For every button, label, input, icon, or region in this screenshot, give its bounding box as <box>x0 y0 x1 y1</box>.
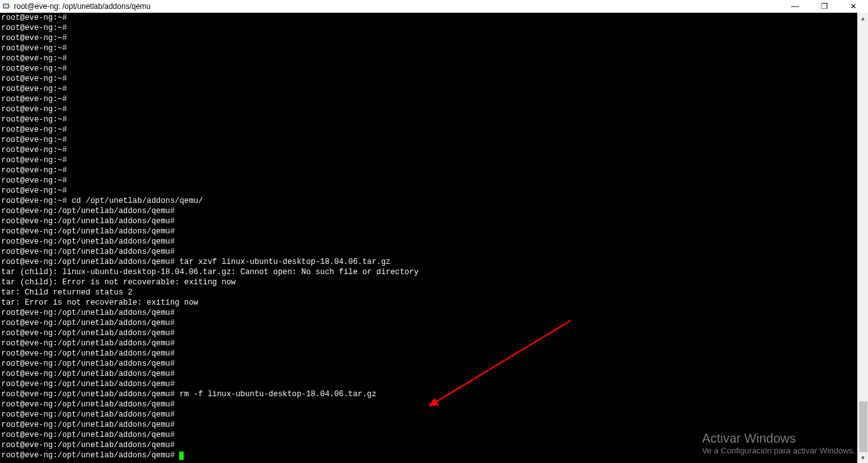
terminal-line: root@eve-ng:/opt/unetlab/addons/qemu# <box>1 359 867 369</box>
terminal-line: root@eve-ng:~# <box>1 53 867 64</box>
close-button[interactable]: ✕ <box>839 0 868 13</box>
terminal-line: tar (child): linux-ubuntu-desktop-18.04.… <box>1 267 867 277</box>
terminal-line: root@eve-ng:~# <box>1 13 867 23</box>
terminal-line: root@eve-ng:~# <box>1 186 867 196</box>
scroll-down-button[interactable]: ▼ <box>858 452 868 463</box>
terminal-line: root@eve-ng:~# <box>1 94 867 104</box>
terminal-line: root@eve-ng:~# <box>1 104 867 114</box>
terminal-line: root@eve-ng:/opt/unetlab/addons/qemu# <box>1 237 867 247</box>
terminal-line: root@eve-ng:/opt/unetlab/addons/qemu# <box>1 308 867 318</box>
terminal-line: root@eve-ng:~# <box>1 155 867 165</box>
scroll-thumb[interactable] <box>859 401 867 452</box>
terminal-line: root@eve-ng:/opt/unetlab/addons/qemu# <box>1 369 867 379</box>
vertical-scrollbar[interactable]: ▲ ▼ <box>857 13 868 463</box>
terminal-line: root@eve-ng:/opt/unetlab/addons/qemu# <box>1 399 867 410</box>
terminal-line: root@eve-ng:/opt/unetlab/addons/qemu# <box>1 206 867 216</box>
terminal[interactable]: root@eve-ng:~#root@eve-ng:~#root@eve-ng:… <box>0 13 868 463</box>
terminal-line: root@eve-ng:~# <box>1 114 867 125</box>
terminal-line: root@eve-ng:/opt/unetlab/addons/qemu# <box>1 410 867 420</box>
terminal-line: root@eve-ng:/opt/unetlab/addons/qemu# rm… <box>1 389 867 399</box>
terminal-line: root@eve-ng:~# cd /opt/unetlab/addons/qe… <box>1 196 867 206</box>
window-controls: — ❐ ✕ <box>780 0 868 13</box>
terminal-line: root@eve-ng:/opt/unetlab/addons/qemu# <box>1 328 867 338</box>
minimize-button[interactable]: — <box>780 0 810 13</box>
terminal-line: root@eve-ng:/opt/unetlab/addons/qemu# <box>1 349 867 359</box>
terminal-line: root@eve-ng:~# <box>1 84 867 94</box>
terminal-line: root@eve-ng:/opt/unetlab/addons/qemu# <box>1 430 867 440</box>
terminal-line: root@eve-ng:~# <box>1 74 867 84</box>
terminal-line: root@eve-ng:~# <box>1 64 867 74</box>
terminal-line: root@eve-ng:~# <box>1 176 867 186</box>
terminal-line: root@eve-ng:/opt/unetlab/addons/qemu# ta… <box>1 257 867 267</box>
terminal-line: root@eve-ng:~# <box>1 125 867 135</box>
terminal-line: root@eve-ng:~# <box>1 43 867 53</box>
terminal-line: root@eve-ng:/opt/unetlab/addons/qemu# <box>1 379 867 389</box>
svg-rect-1 <box>4 4 8 8</box>
terminal-line: root@eve-ng:~# <box>1 135 867 145</box>
maximize-button[interactable]: ❐ <box>810 0 839 13</box>
terminal-line: root@eve-ng:~# <box>1 23 867 33</box>
terminal-line: root@eve-ng:/opt/unetlab/addons/qemu# <box>1 318 867 328</box>
terminal-line: root@eve-ng:~# <box>1 165 867 176</box>
terminal-line: root@eve-ng:/opt/unetlab/addons/qemu# <box>1 338 867 349</box>
scroll-up-button[interactable]: ▲ <box>858 13 868 24</box>
terminal-line: root@eve-ng:/opt/unetlab/addons/qemu# <box>1 420 867 430</box>
terminal-line: tar: Error is not recoverable: exiting n… <box>1 298 867 308</box>
scroll-track[interactable] <box>858 24 868 452</box>
terminal-cursor <box>179 452 184 460</box>
terminal-container: root@eve-ng:~#root@eve-ng:~#root@eve-ng:… <box>0 13 868 463</box>
putty-icon <box>3 2 11 11</box>
terminal-line: root@eve-ng:/opt/unetlab/addons/qemu# <box>1 247 867 257</box>
terminal-line: root@eve-ng:~# <box>1 145 867 155</box>
terminal-line: root@eve-ng:~# <box>1 33 867 43</box>
terminal-line: root@eve-ng:/opt/unetlab/addons/qemu# <box>1 226 867 237</box>
terminal-line: root@eve-ng:/opt/unetlab/addons/qemu# <box>1 216 867 226</box>
terminal-line: root@eve-ng:/opt/unetlab/addons/qemu# <box>1 440 867 450</box>
svg-rect-2 <box>9 6 11 7</box>
terminal-line: tar (child): Error is not recoverable: e… <box>1 277 867 287</box>
terminal-line: root@eve-ng:/opt/unetlab/addons/qemu# <box>1 450 867 460</box>
window-titlebar: root@eve-ng: /opt/unetlab/addons/qemu — … <box>0 0 868 13</box>
window-title: root@eve-ng: /opt/unetlab/addons/qemu <box>14 2 151 11</box>
terminal-line: tar: Child returned status 2 <box>1 287 867 298</box>
